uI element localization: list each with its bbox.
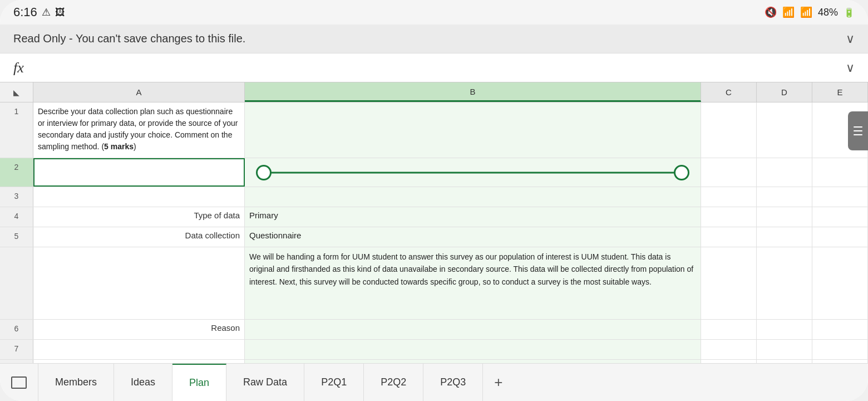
phone-frame: 6:16 ⚠ 🖼 🔇 📶 📶 48% 🔋 Read Only - You can… — [0, 0, 868, 401]
row-num-1: 1 — [0, 102, 33, 158]
cell-c4[interactable] — [701, 207, 757, 227]
tab-p2q2[interactable]: P2Q2 — [364, 364, 423, 401]
table-row: 1 Describe your data collection plan suc… — [0, 102, 868, 158]
formula-chevron[interactable]: ∨ — [846, 61, 855, 75]
cell-a4[interactable]: Type of data — [33, 207, 245, 227]
cell-d4[interactable] — [757, 207, 812, 227]
reason-content: We will be handing a form for UUM studen… — [249, 251, 696, 288]
select-all-arrow[interactable]: ◣ — [13, 88, 19, 97]
readonly-chevron[interactable]: ∨ — [846, 32, 855, 46]
cell-b5b[interactable]: We will be handing a form for UUM studen… — [245, 247, 701, 319]
range-line — [267, 172, 678, 173]
table-row: 2 — [0, 158, 868, 187]
readonly-text: Read Only - You can't save changes to th… — [13, 32, 245, 45]
cell-e2[interactable] — [812, 158, 868, 187]
col-header-a[interactable]: A — [33, 82, 245, 102]
cell-c1[interactable] — [701, 102, 757, 158]
tab-p2q2-label: P2Q2 — [381, 376, 406, 388]
formula-icon: fx — [13, 60, 846, 76]
cell-b6[interactable] — [245, 320, 701, 339]
cell-d5[interactable] — [757, 227, 812, 247]
cell-d1[interactable] — [757, 102, 812, 158]
cell-c3[interactable] — [701, 187, 757, 207]
status-time: 6:16 ⚠ 🖼 — [13, 5, 65, 19]
tab-plan[interactable]: Plan — [172, 364, 226, 401]
table-row: We will be handing a form for UUM studen… — [0, 247, 868, 320]
cell-e7[interactable] — [812, 340, 868, 359]
tab-p2q1-label: P2Q1 — [321, 376, 347, 388]
question-text: Describe your data collection plan such … — [38, 106, 240, 153]
col-header-d[interactable]: D — [757, 82, 812, 102]
row-num-4: 4 — [0, 207, 33, 227]
table-row: 3 — [0, 187, 868, 207]
table-row: 8 — [0, 360, 868, 363]
cell-c8[interactable] — [701, 360, 757, 363]
sheet-icon-tab[interactable] — [0, 364, 38, 401]
tab-members[interactable]: Members — [38, 364, 114, 401]
cell-d6[interactable] — [757, 320, 812, 339]
time-display: 6:16 — [13, 5, 37, 19]
battery-icon: 🔋 — [844, 7, 855, 18]
spreadsheet: ◣ A B C D E 1 Describe your data collect… — [0, 82, 868, 363]
col-header-e[interactable]: E — [812, 82, 868, 102]
tab-p2q3[interactable]: P2Q3 — [423, 364, 483, 401]
formula-bar: fx ∨ — [0, 53, 868, 82]
cell-c5[interactable] — [701, 227, 757, 247]
cell-d5b[interactable] — [757, 247, 812, 319]
cell-b5[interactable]: Questionnaire — [245, 227, 701, 247]
cell-b2[interactable] — [245, 158, 701, 187]
cell-a5b[interactable] — [33, 247, 245, 319]
range-handle-left[interactable] — [256, 165, 272, 180]
warning-icon: ⚠ — [42, 6, 51, 18]
cell-e5[interactable] — [812, 227, 868, 247]
sheet-icon — [11, 376, 27, 389]
cell-a2[interactable] — [33, 158, 245, 187]
cell-e5b[interactable] — [812, 247, 868, 319]
selection-range — [245, 158, 701, 187]
cell-d7[interactable] — [757, 340, 812, 359]
range-handle-right[interactable] — [674, 165, 689, 180]
tab-ideas[interactable]: Ideas — [114, 364, 172, 401]
tab-p2q1[interactable]: P2Q1 — [304, 364, 364, 401]
row-num-5b — [0, 247, 33, 319]
cell-e4[interactable] — [812, 207, 868, 227]
cell-a3[interactable] — [33, 187, 245, 207]
cell-a8[interactable] — [33, 360, 245, 363]
cell-e8[interactable] — [812, 360, 868, 363]
row-num-5: 5 — [0, 227, 33, 247]
status-bar: 6:16 ⚠ 🖼 🔇 📶 📶 48% 🔋 — [0, 0, 868, 25]
grid-rows: 1 Describe your data collection plan suc… — [0, 102, 868, 363]
cell-d8[interactable] — [757, 360, 812, 363]
cell-b3[interactable] — [245, 187, 701, 207]
cell-b4[interactable]: Primary — [245, 207, 701, 227]
cell-a5[interactable]: Data collection — [33, 227, 245, 247]
col-header-c[interactable]: C — [701, 82, 757, 102]
cell-e6[interactable] — [812, 320, 868, 339]
table-row: 5 Data collection Questionnaire — [0, 227, 868, 247]
cell-b8[interactable] — [245, 360, 701, 363]
add-sheet-button[interactable]: + — [483, 364, 514, 401]
cell-c7[interactable] — [701, 340, 757, 359]
cell-a1[interactable]: Describe your data collection plan such … — [33, 102, 245, 158]
col-header-b[interactable]: B — [245, 82, 701, 102]
handle-lines — [854, 126, 862, 135]
image-icon: 🖼 — [55, 7, 65, 18]
table-row: 7 — [0, 340, 868, 360]
cell-d3[interactable] — [757, 187, 812, 207]
signal-icon: 📶 — [800, 6, 812, 18]
corner-cell: ◣ — [0, 82, 33, 102]
table-row: 4 Type of data Primary — [0, 207, 868, 227]
tab-plan-label: Plan — [189, 377, 209, 389]
cell-e3[interactable] — [812, 187, 868, 207]
cell-c2[interactable] — [701, 158, 757, 187]
cell-b1[interactable] — [245, 102, 701, 158]
column-headers: ◣ A B C D E — [0, 82, 868, 102]
cell-b7[interactable] — [245, 340, 701, 359]
cell-a6[interactable]: Reason — [33, 320, 245, 339]
cell-c5b[interactable] — [701, 247, 757, 319]
sidebar-handle[interactable] — [848, 111, 868, 150]
cell-d2[interactable] — [757, 158, 812, 187]
tab-rawdata[interactable]: Raw Data — [226, 364, 304, 401]
cell-a7[interactable] — [33, 340, 245, 359]
cell-c6[interactable] — [701, 320, 757, 339]
